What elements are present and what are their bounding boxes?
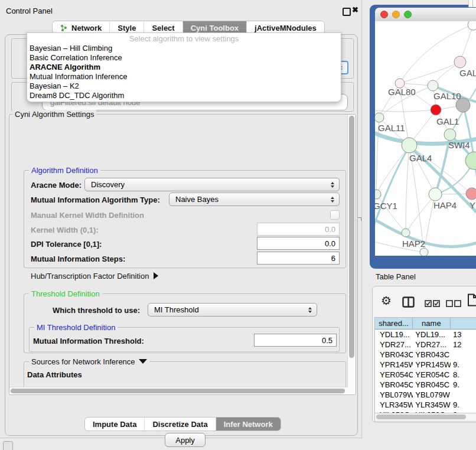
network-node[interactable] (465, 152, 476, 169)
split-columns-icon[interactable] (402, 296, 415, 310)
panel-resize-handle[interactable] (358, 217, 361, 221)
threshold-definition-label: Threshold Definition (29, 289, 102, 298)
node-label: GAL80 (388, 87, 416, 97)
table-cell: YBR043C (375, 350, 413, 360)
mi-threshold-field[interactable]: 0.5 (254, 334, 337, 347)
node-label: Y (470, 200, 475, 210)
sources-label-wrap[interactable]: Sources for Network Inference (29, 357, 149, 366)
node-label: GAL11 (378, 123, 405, 133)
close-traffic-light-icon[interactable] (380, 11, 388, 18)
tab-label: Impute Data (93, 420, 136, 429)
settings-horizontal-scrollbar[interactable] (9, 387, 348, 394)
table-cell: YLR345W (413, 400, 451, 410)
kernel-width-field[interactable]: 0.0 (257, 223, 340, 236)
table-row[interactable]: YBR043CYBR043C (375, 350, 476, 360)
mi-type-value: Naive Bayes (175, 195, 219, 204)
background-window-fragment (468, 0, 476, 7)
network-window-titlebar[interactable] (375, 8, 476, 21)
table-cell: YPR145W (413, 360, 451, 370)
network-node-gal10[interactable] (428, 80, 438, 91)
network-node[interactable] (468, 21, 476, 30)
new-table-icon[interactable] (467, 294, 476, 309)
manual-kernel-checkbox[interactable] (330, 210, 340, 220)
apply-button[interactable]: Apply (165, 433, 206, 447)
table-row[interactable]: YBL079WYBL079W (375, 390, 476, 400)
mi-steps-field[interactable]: 6 (257, 252, 340, 265)
table-cell: YDL19... (413, 330, 451, 340)
mi-type-combobox[interactable]: Naive Bayes (169, 193, 340, 206)
tab-label: jActiveMNodules (255, 24, 317, 32)
table-cell: 9. (451, 400, 476, 410)
network-canvas[interactable]: GALGAL80GAL10GAL1GAL11SWI4GAL4GCY1HAP4YH… (375, 21, 476, 256)
expanded-triangle-icon (139, 359, 147, 364)
network-node-gal1[interactable] (431, 105, 441, 115)
tab-label: Select (152, 24, 174, 32)
table-row[interactable]: YER054CYER054C8. (375, 370, 476, 380)
stepper-arrows-icon (308, 307, 312, 313)
algorithm-item[interactable]: Basic Correlation Inference (27, 53, 341, 63)
which-threshold-combobox[interactable]: MI Threshold (148, 303, 317, 317)
network-node-gal11[interactable] (375, 113, 384, 122)
algorithm-item[interactable]: Dream8 DC_TDC Algorithm (27, 91, 341, 100)
settings-horizontal-scrollbar-thumb[interactable] (11, 389, 345, 393)
algorithm-item[interactable]: Mutual Information Inference (27, 72, 341, 81)
which-threshold-label: Which threshold to use: (53, 306, 140, 315)
table-row[interactable]: YDL19...YDL19...13 (375, 330, 476, 340)
network-node-swi4[interactable] (444, 129, 456, 141)
node-label: GAL10 (433, 91, 461, 101)
table-cell: 8. (451, 370, 476, 380)
algorithm-item[interactable]: ARACNE Algorithm (27, 63, 341, 72)
float-window-icon[interactable] (343, 8, 351, 16)
tab-label: Style (118, 24, 136, 32)
algorithm-item[interactable]: Bayesian – K2 (27, 81, 341, 91)
minimized-panel-icon[interactable] (3, 441, 13, 450)
node-table: shared...name YDL19...YDL19...13YDR27...… (374, 317, 476, 422)
algorithm-item[interactable]: Bayesian – Hill Climbing (27, 44, 341, 53)
network-node-gcy1[interactable] (375, 190, 381, 199)
settings-vertical-scrollbar[interactable] (347, 115, 356, 394)
tab-impute-data[interactable]: Impute Data (85, 418, 145, 431)
column-header[interactable]: shared... (375, 318, 413, 329)
dpi-tolerance-field[interactable]: 0.0 (257, 237, 340, 250)
select-all-checkboxes-icon[interactable] (425, 299, 440, 309)
table-body: YDL19...YDL19...13YDR27...YDR27...12YBR0… (375, 330, 476, 420)
settings-group-label: Cyni Algorithm Settings (12, 110, 96, 119)
network-icon (60, 24, 68, 32)
tab-infer-network[interactable]: Infer Network (216, 418, 281, 431)
table-panel: ⚙ shared...name YDL19...YDL19...13YDR27.… (372, 286, 476, 423)
algorithm-definition-label: Algorithm Definition (29, 166, 100, 175)
deselect-all-checkboxes-icon[interactable] (446, 299, 461, 309)
minimize-traffic-light-icon[interactable] (392, 11, 400, 18)
aracne-mode-combobox[interactable]: Discovery (84, 178, 340, 191)
tab-discretize-data[interactable]: Discretize Data (145, 418, 216, 431)
network-node-gal[interactable] (454, 56, 466, 68)
network-node-y[interactable] (466, 188, 476, 200)
table-row[interactable]: YLR345WYLR345W9. (375, 400, 476, 410)
table-row[interactable]: YDR27...YDR27...12 (375, 340, 476, 350)
mi-threshold-label: Mutual Information Threshold: (33, 337, 144, 345)
gear-icon[interactable]: ⚙ (381, 294, 392, 308)
table-cell: YDL19... (375, 330, 413, 340)
table-cell: YBR045C (413, 380, 451, 390)
table-horizontal-scrollbar-thumb[interactable] (376, 415, 466, 419)
table-cell: 13 (451, 330, 476, 340)
network-node-hap4[interactable] (429, 188, 442, 201)
network-edge (376, 145, 409, 194)
network-node-hap2[interactable] (402, 229, 410, 237)
network-node[interactable] (420, 248, 428, 256)
zoom-traffic-light-icon[interactable] (404, 11, 412, 18)
hub-section-toggle[interactable]: Hub/Transcription Factor Definition (31, 272, 158, 281)
column-header[interactable]: name (413, 318, 451, 329)
mi-threshold-definition-label: MI Threshold Definition (34, 323, 118, 332)
table-row[interactable]: YPR145WYPR145W9. (375, 360, 476, 370)
table-cell: YER054C (375, 370, 413, 380)
close-icon[interactable]: ✖ (352, 5, 358, 14)
column-header[interactable] (451, 318, 476, 329)
table-row[interactable]: YBR045CYBR045C9. (375, 380, 476, 390)
network-node-gal4[interactable] (402, 138, 417, 153)
table-horizontal-scrollbar[interactable] (374, 413, 476, 422)
network-view-window: GALGAL80GAL10GAL1GAL11SWI4GAL4GCY1HAP4YH… (370, 5, 476, 269)
stepper-arrows-icon (331, 197, 334, 203)
control-panel: Control Panel ✖ NetworkStyleSelectCyni T… (0, 0, 362, 438)
settings-vertical-scrollbar-thumb[interactable] (349, 116, 354, 358)
